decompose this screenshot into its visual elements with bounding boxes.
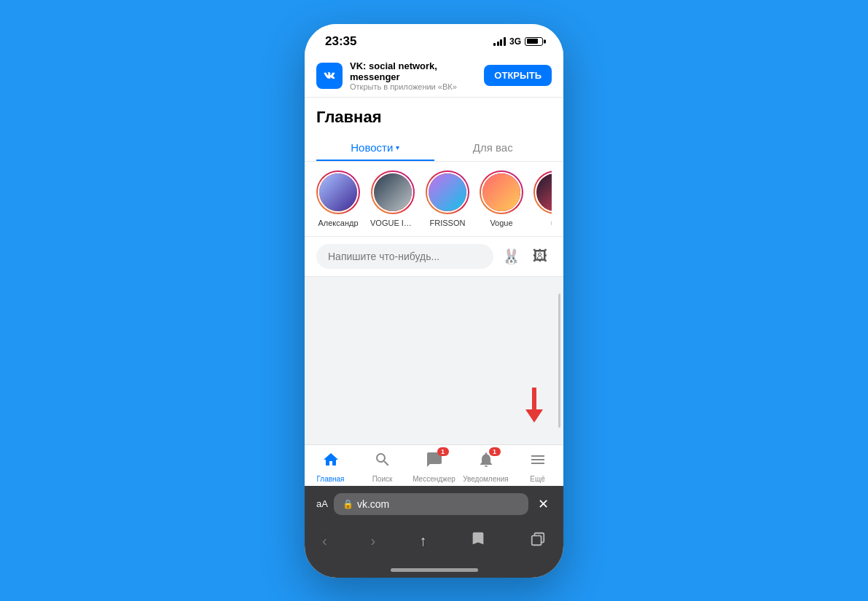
story-avatar-ring-4 xyxy=(480,170,523,214)
url-text: vk.com xyxy=(357,498,389,510)
browser-nav: ‹ › ↑ xyxy=(305,522,563,568)
tab-news-label: Новости xyxy=(351,141,393,154)
aa-label[interactable]: аА xyxy=(316,498,328,509)
browser-bar: аА 🔒 vk.com ✕ xyxy=(305,486,563,522)
page-title: Главная xyxy=(316,108,552,127)
messenger-badge: 1 xyxy=(437,447,449,456)
open-app-button[interactable]: ОТКРЫТЬ xyxy=(484,65,552,86)
story-item-3[interactable]: FRISSON xyxy=(426,170,469,227)
app-banner: VK: social network, messenger Открыть в … xyxy=(305,55,563,98)
svg-rect-0 xyxy=(532,535,541,545)
red-arrow xyxy=(525,388,543,423)
arrow-shaft xyxy=(532,388,536,409)
tab-news[interactable]: Новости ▾ xyxy=(316,134,434,161)
tab-bar-more[interactable]: Ещё xyxy=(512,451,563,483)
vk-app-icon xyxy=(316,63,343,89)
status-icons: 3G xyxy=(493,36,543,47)
story-label-3: FRISSON xyxy=(430,219,466,227)
story-item-5[interactable]: uh xyxy=(533,170,552,227)
notifications-badge: 1 xyxy=(489,447,501,456)
app-banner-title: VK: social network, messenger xyxy=(350,60,477,82)
page-header: Главная Новости ▾ Для вас xyxy=(305,98,563,162)
home-icon xyxy=(322,451,340,473)
forward-button[interactable]: › xyxy=(365,530,382,552)
tab-bar-search[interactable]: Поиск xyxy=(356,451,408,483)
tabs-button[interactable] xyxy=(524,528,552,554)
story-item-1[interactable]: Александр xyxy=(316,170,360,227)
app-banner-text: VK: social network, messenger Открыть в … xyxy=(350,60,477,91)
back-button[interactable]: ‹ xyxy=(316,530,333,552)
tab-for-you[interactable]: Для вас xyxy=(434,134,552,161)
arrow-head xyxy=(525,409,543,423)
signal-icon xyxy=(493,37,506,46)
share-button[interactable]: ↑ xyxy=(413,530,432,552)
search-icon xyxy=(374,451,391,473)
app-banner-subtitle: Открыть в приложении «ВК» xyxy=(350,82,477,91)
phone-wrapper: 23:35 3G VK: social network, messenger О… xyxy=(305,24,563,578)
story-item-4[interactable]: Vogue xyxy=(480,170,523,227)
post-input[interactable] xyxy=(316,244,493,269)
story-label-5: uh xyxy=(551,219,552,227)
story-avatar-ring-5 xyxy=(533,170,552,214)
tab-bar-home[interactable]: Главная xyxy=(305,451,356,483)
tab-bar-messenger-label: Мессенджер xyxy=(413,475,455,483)
story-avatar-ring-2 xyxy=(371,170,415,214)
more-icon xyxy=(529,451,547,473)
story-avatar-ring-1 xyxy=(316,170,360,214)
main-content: Главная Новости ▾ Для вас Александр xyxy=(305,98,563,444)
notifications-icon: 1 xyxy=(477,451,495,473)
tab-bar-search-label: Поиск xyxy=(372,475,393,483)
story-label-2: VOGUE IS ... xyxy=(370,219,415,227)
scroll-indicator xyxy=(558,294,560,428)
lock-icon: 🔒 xyxy=(343,499,353,509)
story-avatar-ring-3 xyxy=(426,170,469,214)
chevron-down-icon: ▾ xyxy=(396,144,399,152)
post-composer: 🐰 🖼 xyxy=(305,237,563,277)
feed-area xyxy=(305,277,563,444)
tab-bar-more-label: Ещё xyxy=(530,475,544,483)
status-time: 23:35 xyxy=(325,34,356,49)
tab-bar-notifications-label: Уведомления xyxy=(463,475,509,483)
messenger-icon: 1 xyxy=(426,451,443,473)
home-bar xyxy=(391,568,478,572)
bottom-tab-bar: Главная Поиск 1 Мессенджер xyxy=(305,444,563,486)
network-label: 3G xyxy=(509,36,521,47)
stories-section: Александр VOGUE IS ... FRISSON xyxy=(305,162,563,237)
tab-bar-home-label: Главная xyxy=(316,475,344,483)
tab-bar-notifications[interactable]: 1 Уведомления xyxy=(460,451,512,483)
image-icon[interactable]: 🖼 xyxy=(528,245,552,268)
story-item-2[interactable]: VOGUE IS ... xyxy=(370,170,415,227)
battery-icon xyxy=(525,37,543,46)
story-label-1: Александр xyxy=(318,219,358,227)
emoji-icon[interactable]: 🐰 xyxy=(499,245,523,268)
close-button[interactable]: ✕ xyxy=(534,495,552,513)
status-bar: 23:35 3G xyxy=(305,24,563,55)
home-indicator xyxy=(305,568,563,578)
tab-for-you-label: Для вас xyxy=(473,141,513,154)
tabs-row: Новости ▾ Для вас xyxy=(316,134,552,161)
tab-bar-messenger[interactable]: 1 Мессенджер xyxy=(408,451,460,483)
bookmarks-button[interactable] xyxy=(464,528,492,554)
composer-icons: 🐰 🖼 xyxy=(499,245,552,268)
story-label-4: Vogue xyxy=(490,219,512,227)
stories-row: Александр VOGUE IS ... FRISSON xyxy=(316,170,552,227)
url-bar[interactable]: 🔒 vk.com xyxy=(334,493,528,515)
